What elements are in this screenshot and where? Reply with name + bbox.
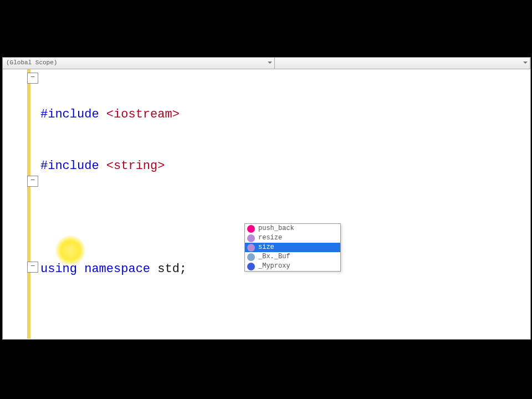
member-dropdown[interactable] — [275, 58, 530, 69]
chevron-down-icon — [268, 62, 272, 64]
code-line[interactable]: #include <iostream> — [30, 106, 268, 123]
fold-toggle[interactable]: − — [27, 73, 38, 84]
chevron-down-icon — [523, 62, 528, 64]
code-area[interactable]: #include <iostream> #include <string> us… — [30, 71, 268, 399]
intellisense-item-selected[interactable]: size — [245, 243, 340, 252]
intellisense-item[interactable]: push_back — [245, 224, 340, 233]
code-line[interactable] — [30, 209, 268, 226]
fold-toggle[interactable]: − — [27, 262, 38, 273]
code-line[interactable] — [30, 312, 268, 329]
property-icon — [247, 225, 255, 233]
intellisense-item[interactable]: _Bx._Buf — [245, 252, 340, 262]
code-editor[interactable]: − − − #include <iostream> #include <stri… — [3, 69, 530, 339]
intellisense-item[interactable]: _Myproxy — [245, 262, 340, 271]
code-line[interactable]: #include <string> — [30, 157, 268, 175]
namespace-icon — [247, 263, 255, 270]
intellisense-item[interactable]: resize — [245, 233, 340, 243]
editor-window: (Global Scope) − − − #include <iostream>… — [2, 57, 531, 340]
code-line[interactable]: using namespace std; — [30, 260, 268, 278]
intellisense-popup[interactable]: push_back resize size _Bx._Buf _Myproxy — [244, 223, 341, 272]
scope-dropdown[interactable]: (Global Scope) — [3, 58, 275, 69]
gutter — [3, 69, 28, 339]
navigation-bar: (Global Scope) — [3, 58, 530, 69]
method-icon — [247, 234, 255, 242]
scope-label: (Global Scope) — [6, 59, 57, 66]
code-line[interactable] — [30, 364, 268, 381]
fold-toggle[interactable]: − — [27, 176, 38, 187]
method-icon — [247, 244, 255, 252]
field-icon — [247, 253, 255, 261]
